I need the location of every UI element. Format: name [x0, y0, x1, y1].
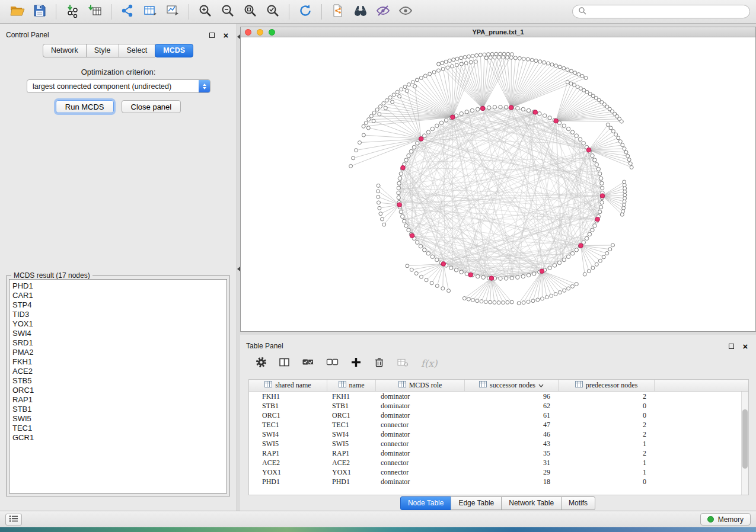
delete-column-button[interactable] — [374, 357, 385, 370]
table-row[interactable]: YOX1YOX1connector291 — [249, 467, 748, 477]
show-details-button[interactable] — [394, 2, 417, 21]
close-panel-button[interactable]: × — [221, 30, 231, 40]
mcds-result-item[interactable]: CAR1 — [12, 291, 224, 300]
mcds-result-item[interactable]: STB5 — [12, 376, 224, 386]
new-network-button[interactable] — [116, 2, 139, 21]
table-settings-button[interactable] — [256, 357, 267, 370]
minimize-window-icon[interactable] — [257, 29, 263, 36]
mcds-result-item[interactable]: ORC1 — [12, 386, 224, 395]
tab-network[interactable]: Network — [43, 44, 87, 57]
column-header-predecessor-nodes[interactable]: predecessor nodes — [559, 380, 655, 391]
function-builder-button-disabled: f(x) — [421, 358, 437, 369]
show-columns-button[interactable] — [279, 357, 290, 370]
find-button[interactable] — [349, 2, 372, 21]
optimization-criterion-label: Optimization criterion: — [0, 68, 237, 76]
zoom-fit-button[interactable] — [239, 2, 261, 21]
tab-edge-table[interactable]: Edge Table — [451, 496, 502, 510]
zoom-selected-button[interactable] — [261, 2, 284, 21]
close-panel-button[interactable]: × — [741, 341, 750, 351]
cell-name: ACE2 — [327, 458, 376, 467]
float-panel-button[interactable] — [726, 341, 736, 351]
network-view[interactable] — [241, 37, 755, 331]
toolbar-separator — [321, 4, 322, 20]
import-network-button[interactable] — [61, 2, 84, 21]
memory-button[interactable]: Memory — [700, 513, 751, 525]
zoom-out-button[interactable] — [216, 2, 239, 21]
mcds-result-item[interactable]: STP4 — [12, 300, 224, 310]
mcds-result-item[interactable]: FKH1 — [12, 357, 224, 367]
network-window-titlebar[interactable]: YPA_prune.txt_1 — [241, 27, 755, 37]
table-row[interactable]: STB1STB1dominator620 — [249, 401, 748, 411]
tab-style[interactable]: Style — [86, 44, 119, 57]
tab-network-table[interactable]: Network Table — [501, 496, 562, 510]
cell-predecessor-nodes: 2 — [559, 430, 655, 439]
toolbar-separator — [289, 4, 289, 20]
close-mcds-panel-button[interactable]: Close panel — [122, 100, 181, 113]
run-mcds-button[interactable]: Run MCDS — [56, 100, 114, 113]
mcds-result-item[interactable]: PMA2 — [12, 348, 224, 357]
mcds-result-item[interactable]: ACE2 — [12, 367, 224, 376]
mcds-result-item[interactable]: PHD1 — [12, 281, 224, 291]
close-window-icon[interactable] — [245, 29, 251, 36]
table-scrollbar[interactable] — [741, 392, 748, 495]
cell-name: FKH1 — [327, 392, 376, 401]
mcds-result-item[interactable]: TEC1 — [12, 424, 224, 433]
table-row[interactable]: RAP1RAP1dominator352 — [249, 448, 748, 458]
chevron-down-icon[interactable] — [538, 381, 544, 390]
cell-shared-name: RAP1 — [249, 448, 327, 458]
mcds-result-item[interactable]: YOX1 — [12, 319, 224, 329]
save-session-button[interactable] — [28, 2, 51, 21]
search-box[interactable] — [572, 5, 750, 18]
status-menu-button[interactable] — [5, 514, 22, 525]
select-all-columns-button[interactable] — [302, 357, 314, 370]
zoom-in-button[interactable] — [194, 2, 216, 21]
cell-shared-name: PHD1 — [249, 477, 327, 486]
share-document-button[interactable] — [327, 2, 349, 21]
export-image-button[interactable] — [161, 2, 184, 21]
table-row[interactable]: SWI5SWI5connector431 — [249, 439, 748, 448]
desktop-wallpaper-strip — [0, 527, 756, 532]
mcds-result-item[interactable]: RAP1 — [12, 395, 224, 405]
tab-mcds[interactable]: MCDS — [155, 44, 193, 57]
import-table-button[interactable] — [84, 2, 106, 21]
table-row[interactable]: PHD1PHD1dominator180 — [249, 477, 748, 486]
table-row[interactable]: TEC1TEC1connector472 — [249, 420, 748, 430]
table-row[interactable]: FKH1FKH1dominator962 — [249, 392, 748, 401]
mcds-result-item[interactable]: SWI5 — [12, 414, 224, 424]
maximize-window-icon[interactable] — [269, 29, 275, 36]
column-header-shared-name[interactable]: shared name — [249, 380, 327, 391]
new-table-button[interactable] — [139, 2, 161, 21]
float-panel-button[interactable] — [207, 30, 216, 40]
cell-mcds-role: dominator — [376, 411, 465, 420]
network-share-icon — [120, 4, 135, 20]
refresh-button[interactable] — [294, 2, 317, 21]
tab-node-table[interactable]: Node Table — [400, 496, 452, 510]
column-header-mcds-role[interactable]: MCDS role — [376, 380, 465, 391]
unselect-all-columns-button[interactable] — [326, 357, 339, 370]
open-file-button[interactable] — [6, 2, 28, 21]
table-row[interactable]: ORC1ORC1dominator610 — [249, 411, 748, 420]
mcds-result-item[interactable]: GCR1 — [12, 433, 224, 443]
hide-details-button[interactable] — [372, 2, 394, 21]
tab-motifs[interactable]: Motifs — [561, 496, 595, 510]
optimization-criterion-select[interactable]: largest connected component (undirected) — [27, 79, 210, 93]
column-header-label: name — [349, 381, 365, 390]
scrollbar-thumb[interactable] — [742, 409, 748, 469]
column-header-name[interactable]: name — [327, 380, 376, 391]
mcds-result-item[interactable]: SRD1 — [12, 338, 224, 348]
cell-successor-nodes: 46 — [465, 430, 559, 439]
mcds-result-item[interactable]: STB1 — [12, 405, 224, 414]
list-menu-icon — [9, 514, 18, 525]
mcds-result-list[interactable]: PHD1CAR1STP4TID3YOX1SWI4SRD1PMA2FKH1ACE2… — [9, 279, 227, 493]
column-header-successor-nodes[interactable]: successor nodes — [465, 380, 559, 391]
cell-mcds-role: dominator — [376, 448, 465, 458]
table-row[interactable]: SWI4SWI4dominator462 — [249, 430, 748, 439]
chart-image-icon — [165, 4, 180, 20]
search-input[interactable] — [590, 8, 744, 16]
mcds-result-item[interactable]: SWI4 — [12, 329, 224, 338]
table-row[interactable]: ACE2ACE2connector311 — [249, 458, 748, 467]
create-column-button[interactable] — [350, 357, 362, 370]
tab-select[interactable]: Select — [119, 44, 156, 57]
mcds-result-item[interactable]: TID3 — [12, 310, 224, 319]
cell-predecessor-nodes: 0 — [559, 477, 655, 486]
